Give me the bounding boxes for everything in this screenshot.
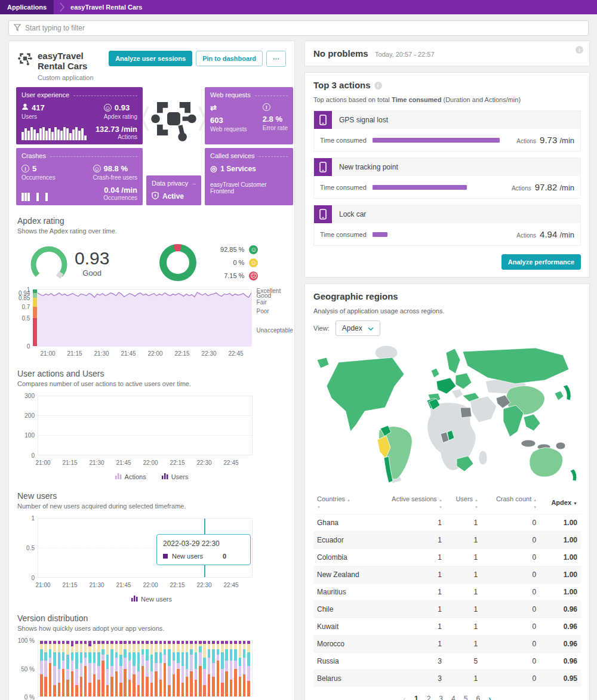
column-header-crash-count[interactable]: Crash count▲▼ — [481, 491, 540, 514]
page-button-3[interactable]: 3 — [439, 695, 443, 700]
stacked-bar — [239, 641, 242, 696]
action-header[interactable]: New tracking point — [314, 158, 580, 176]
time-consumed-label: Time consumed — [320, 137, 367, 144]
stacked-bar — [221, 641, 224, 696]
x-tick: 22:00 — [147, 350, 162, 357]
apdex-zone-labels: ExcellentGoodFairPoorUnacceptable — [252, 289, 286, 346]
actions-label: Actions — [516, 232, 536, 239]
action-header[interactable]: Lock car — [314, 205, 580, 223]
y-tick: 0 — [31, 452, 35, 459]
stacked-bar — [212, 641, 215, 696]
view-dropdown[interactable]: Apdex — [336, 320, 380, 336]
actions-chart-plot[interactable] — [38, 396, 253, 455]
next-page-button[interactable]: › — [488, 694, 491, 700]
y-tick: 0 — [31, 575, 35, 581]
column-header-users[interactable]: Users▲▼ — [445, 491, 481, 514]
apdex-donut[interactable] — [159, 244, 196, 281]
neutral-face-icon: ☺ — [249, 258, 258, 267]
action-name: New tracking point — [339, 163, 398, 171]
stacked-bar — [88, 641, 91, 696]
info-icon[interactable]: i — [374, 82, 382, 90]
filter-input[interactable] — [25, 24, 583, 32]
stacked-bar — [190, 641, 193, 696]
pin-to-dashboard-button[interactable]: Pin to dashboard — [196, 51, 263, 66]
page-button-1[interactable]: 1 — [414, 695, 418, 700]
tile-crashes[interactable]: Crashes !5Occurrences ☺98.8 %Crash-free … — [16, 148, 143, 205]
breadcrumb-current[interactable]: easyTravel Rental Cars — [70, 4, 142, 11]
new-users-chart-plot[interactable]: 2022-03-29 22:30 New users 0 — [38, 518, 253, 578]
table-row[interactable]: Morocco1100.96 — [313, 636, 581, 653]
y-tick: 1 — [31, 515, 35, 522]
sad-face-icon: ☹ — [249, 272, 258, 280]
section-new-users: New users Number of new users acquired d… — [17, 491, 286, 603]
action-header[interactable]: GPS signal lost — [314, 111, 580, 129]
view-dropdown-value: Apdex — [342, 324, 362, 332]
filter-funnel-icon — [14, 24, 21, 33]
info-icon[interactable]: i — [576, 46, 583, 54]
table-row[interactable]: Ghana1101.00 — [313, 514, 581, 532]
legend-item[interactable]: Actions — [115, 473, 146, 480]
version-chart-plot[interactable] — [38, 640, 253, 697]
table-row[interactable]: Ecuador1101.00 — [313, 532, 581, 549]
table-row[interactable]: Kuwait1100.96 — [313, 618, 581, 636]
apdex-chart-plot[interactable] — [37, 289, 252, 346]
actions-label: Actions — [512, 185, 531, 192]
chart-tooltip: 2022-03-29 22:30 New users 0 — [156, 534, 251, 565]
time-consumed-track — [373, 232, 510, 237]
time-consumed-label: Time consumed — [320, 184, 367, 191]
application-overview-card: easyTravel Rental Cars Custom applicatio… — [8, 41, 295, 700]
world-map[interactable] — [313, 341, 581, 486]
tile-user-experience[interactable]: User experience 417Users ☺0.93Apdex rati… — [16, 87, 143, 144]
donut-legend-row: 7.15 %☹ — [216, 272, 258, 280]
actions-bars — [39, 396, 254, 455]
page-button-6[interactable]: 6 — [476, 695, 480, 700]
legend-item[interactable]: New users — [131, 596, 172, 603]
table-row[interactable]: Russia3500.96 — [313, 653, 581, 670]
time-consumed-track — [373, 138, 510, 143]
x-tick: 22:15 — [170, 460, 184, 466]
analyze-performance-button[interactable]: Analyze performance — [501, 254, 581, 270]
previous-page-button[interactable]: ‹ — [403, 694, 406, 700]
table-row[interactable]: Mauritius1101.00 — [313, 584, 581, 601]
no-problems-timeframe: Today, 20:57 - 22:57 — [375, 51, 434, 58]
table-row[interactable]: Belarus3100.95 — [313, 670, 581, 687]
legend-item[interactable]: Users — [162, 473, 189, 480]
table-row[interactable]: Chile1100.96 — [313, 601, 581, 618]
page-button-5[interactable]: 5 — [464, 695, 468, 700]
analyze-user-sessions-button[interactable]: Analyze user sessions — [109, 51, 192, 66]
column-header-countries[interactable]: Countries▲▼ — [313, 491, 374, 514]
x-tick: 22:30 — [196, 582, 211, 588]
table-row[interactable]: New Zealand1101.00 — [313, 566, 581, 584]
stacked-bar — [230, 641, 233, 696]
page-button-2[interactable]: 2 — [427, 695, 431, 700]
table-row[interactable]: Colombia1101.00 — [313, 549, 581, 566]
service-name[interactable]: easyTravel Customer Frontend — [210, 181, 288, 195]
geo-table-header-row: Countries▲▼Active sessions▲▼Users▲▼Crash… — [313, 491, 581, 514]
bar-chart-icon — [162, 473, 168, 480]
y-tick: 300 — [24, 393, 35, 399]
action-name: GPS signal lost — [339, 116, 388, 124]
action-name: Lock car — [339, 210, 366, 218]
more-options-button[interactable]: ⋯ — [266, 51, 286, 67]
stacked-bar — [66, 641, 69, 696]
breadcrumb-applications[interactable]: Applications — [0, 0, 54, 14]
geographic-title: Geographic regions — [313, 291, 398, 301]
stacked-bar — [208, 641, 211, 696]
breadcrumb-root-label: Applications — [7, 4, 47, 11]
x-tick: 22:15 — [174, 350, 189, 357]
stacked-bar — [159, 641, 162, 696]
column-header-apdex[interactable]: Apdex ▼ — [540, 491, 581, 514]
tile-web-requests[interactable]: Web requests ⇄603Web requests !2.8 %Erro… — [205, 87, 293, 144]
app-type-label: Custom application — [38, 74, 104, 81]
stacked-bar — [49, 641, 52, 696]
stacked-bar — [124, 641, 127, 696]
column-header-active-sessions[interactable]: Active sessions▲▼ — [374, 491, 445, 514]
geographic-subtitle: Analysis of application usage across reg… — [313, 307, 581, 314]
tile-data-privacy[interactable]: Data privacy Active — [146, 175, 201, 205]
tile-title: User experience — [21, 91, 69, 98]
page-button-4[interactable]: 4 — [451, 695, 456, 700]
y-tick: 100 % — [18, 637, 35, 644]
zone-label: Unacceptable — [257, 327, 293, 334]
tile-called-services[interactable]: Called services ◎ 1 Services easyTravel … — [205, 148, 293, 205]
requests-icon: ⇄ — [210, 103, 247, 112]
